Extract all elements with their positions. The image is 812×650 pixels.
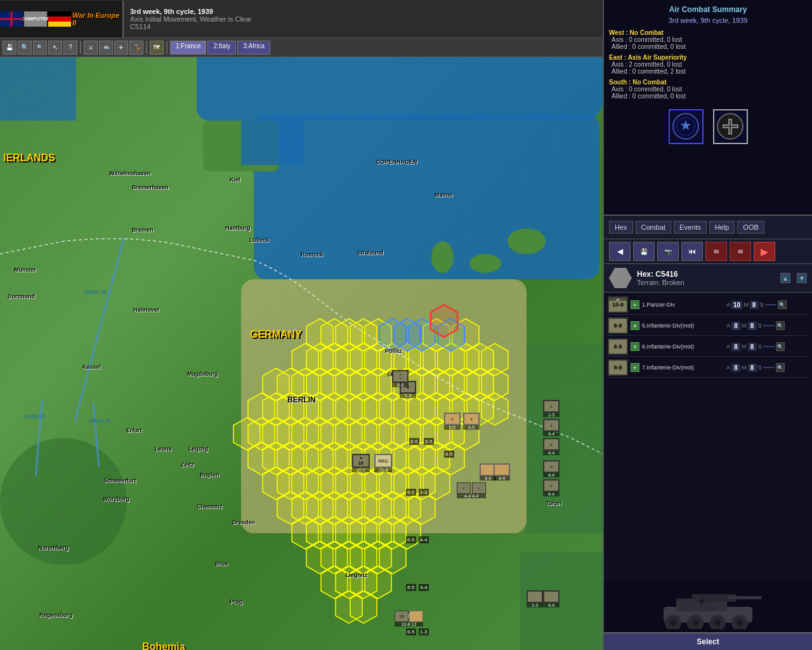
toolbar-zoom-out[interactable]: 🔍	[33, 41, 47, 55]
unit-counter[interactable]: ×	[543, 460, 560, 473]
tab-events[interactable]: Events	[674, 221, 707, 234]
action-next[interactable]: ▶	[754, 242, 775, 261]
city-prag: Prag	[230, 599, 242, 605]
unit-icon-1[interactable]: 8-8	[608, 317, 628, 334]
toolbar-help[interactable]: ?	[63, 41, 77, 55]
hex-scroll-up[interactable]: ▲	[780, 273, 790, 283]
toolbar-map[interactable]: 🗺	[150, 41, 164, 55]
tab-help[interactable]: Help	[709, 221, 735, 234]
unit-label-8: 6-5	[406, 584, 416, 591]
unit-counter[interactable]	[543, 590, 560, 603]
unit-counter[interactable]: ×10	[352, 454, 370, 468]
toolbar-unit4[interactable]: 🚂	[129, 41, 143, 55]
tab-italy[interactable]: 2:Italy	[207, 41, 236, 55]
south-axis: Axis : 0 committed, 0 lost	[612, 86, 807, 93]
river-weser-label: Weser R.	[84, 289, 107, 295]
toolbar-unit2[interactable]: 🚢	[99, 41, 113, 55]
action-stop[interactable]: ✉	[705, 242, 727, 261]
action-fast-back[interactable]: ⏮	[681, 242, 703, 261]
unit-zoom-1[interactable]: 🔍	[776, 321, 785, 330]
tank-icon	[645, 585, 771, 629]
unit-icon-3[interactable]: 8-8	[608, 359, 628, 376]
unit-stats-3: A 8 M 8 S 🔍	[726, 363, 808, 372]
city-hamburg: Hamburg	[225, 225, 251, 231]
expand-unit-1[interactable]: +	[631, 321, 639, 330]
tab-hex[interactable]: Hex	[609, 221, 633, 234]
hex-scroll-down[interactable]: ▼	[797, 273, 807, 283]
unit-label-10: 6-5	[406, 628, 416, 635]
expand-unit-0[interactable]: +	[631, 300, 639, 309]
flag-de	[48, 11, 71, 27]
tab-france[interactable]: 1:France	[170, 41, 206, 55]
river-fulda-label: Fulda R.	[25, 413, 46, 420]
action-alert[interactable]: ✉	[730, 242, 751, 261]
game-title-icon: COMPUTER	[24, 11, 47, 27]
unit-counter-p[interactable]	[494, 463, 510, 476]
select-button[interactable]: Select	[604, 632, 812, 650]
toolbar-zoom-in[interactable]: 🔍	[18, 41, 32, 55]
unit-east-5: × 4-4	[543, 479, 560, 496]
unit-east-2: × 4-4	[543, 419, 560, 436]
right-panel: Air Combat Summary 3rd week, 9th cycle, …	[603, 0, 812, 650]
unit-counter[interactable]: ×	[543, 400, 560, 413]
logo-text: War In Europe II	[71, 10, 122, 28]
unit-list: 10-8 ×× + 1.Panzer-Div A 10 M 8 S 🔍	[604, 293, 812, 581]
unit-bottom-2: 4-4	[543, 590, 560, 607]
game-logo: COMPUTER War In Europe II	[0, 1, 124, 37]
nav-buttons: Hex Combat Events Help OOB	[604, 216, 812, 239]
city-magdeburg: Magdeburg	[187, 371, 218, 377]
unit-breslau: 1B 10-8 12	[395, 611, 423, 627]
city-erfurt: Erfurt	[126, 427, 142, 434]
header: COMPUTER War In Europe II 3rd week, 9th …	[0, 0, 603, 38]
unit-counter[interactable]: ××	[392, 370, 409, 383]
city-leuna: Leuna	[155, 446, 172, 452]
unit-group-1: ×10 10-5	[352, 454, 370, 472]
unit-counter[interactable]: ×	[543, 479, 560, 492]
tab-combat[interactable]: Combat	[636, 221, 672, 234]
unit-zoom-3[interactable]: 🔍	[776, 363, 785, 372]
unit-counter[interactable]	[527, 590, 543, 603]
hex-terrain-icon	[609, 268, 632, 288]
toolbar-unit1[interactable]: ⚔	[84, 41, 98, 55]
unit-zoom-2[interactable]: 🔍	[776, 342, 785, 351]
tab-africa[interactable]: 3:Africa	[237, 41, 270, 55]
unit-label-9: 4-4	[419, 584, 429, 591]
unit-mini[interactable]: ×	[457, 482, 471, 494]
city-munster: Münster	[14, 267, 36, 273]
toolbar-arrow[interactable]: ↖	[48, 41, 62, 55]
toolbar: 💾 🔍 🔍 ↖ ? ⚔ 🚢 ✈ 🚂 🗺 1:France 2:Italy 3:A…	[0, 38, 603, 57]
unit-mini-polish[interactable]	[409, 611, 423, 622]
city-kiel: Kiel	[230, 176, 240, 183]
unit-stats-0: A 10 M 8 S 🔍	[726, 300, 808, 309]
toolbar-unit3[interactable]: ✈	[114, 41, 128, 55]
unit-counter-polish[interactable]: ×	[444, 413, 461, 425]
hex-text-display: Hex: C5416 Terrain: Broken	[637, 270, 684, 286]
toolbar-save[interactable]: 💾	[3, 41, 16, 55]
unit-mini[interactable]: ×	[472, 482, 486, 494]
unit-counter[interactable]: ×	[543, 438, 560, 451]
action-camera[interactable]: 📷	[657, 242, 679, 261]
unit-label-2: 6-5	[424, 438, 434, 445]
location-info: C5114	[130, 23, 252, 30]
unit-icon-2[interactable]: 8-8	[608, 338, 628, 355]
unit-mini[interactable]: 1B	[395, 611, 409, 622]
island3	[508, 229, 546, 254]
action-prev-left[interactable]: ◀	[609, 242, 631, 261]
expand-unit-3[interactable]: +	[631, 363, 639, 372]
unit-counter-rr[interactable]: RRG	[374, 454, 392, 468]
denmark-water	[241, 121, 304, 165]
tab-oob[interactable]: OOB	[737, 221, 764, 234]
city-dortmund: Dortmund	[8, 293, 35, 300]
unit-zoom-0[interactable]: 🔍	[778, 300, 787, 309]
flag-uk	[0, 11, 23, 27]
axis-air-icon	[713, 109, 748, 144]
unit-icon-0[interactable]: 10-8 ××	[608, 296, 628, 313]
svg-point-18	[670, 620, 676, 626]
unit-counter[interactable]: ×	[543, 419, 560, 432]
map-area[interactable]: COPENHAGEN Malmo Wilhelmshaven Bremerhav…	[0, 57, 603, 650]
unit-counter-polish[interactable]: ×	[463, 413, 480, 425]
action-save-disk[interactable]: 💾	[633, 242, 655, 261]
expand-unit-2[interactable]: +	[631, 342, 639, 351]
west-label: West : No Combat	[609, 29, 807, 36]
hex-info-panel: Hex: C5416 Terrain: Broken ▲ ▼	[604, 264, 812, 293]
